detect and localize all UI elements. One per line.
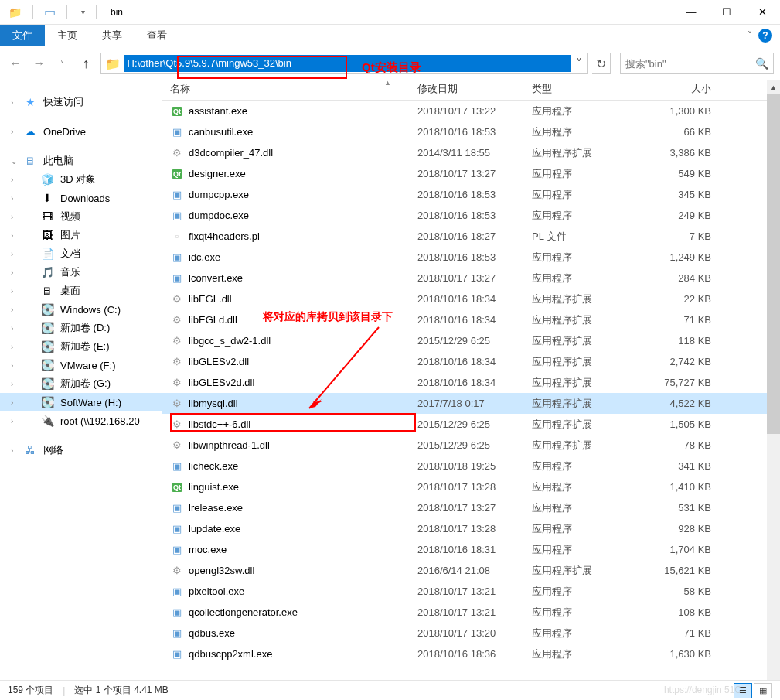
file-icon: ▣ [170, 647, 184, 661]
file-type: 应用程序扩展 [532, 292, 648, 306]
file-row[interactable]: ▣dumpdoc.exe 2018/10/16 18:53 应用程序 249 K… [162, 205, 780, 226]
file-row[interactable]: ▫fixqt4headers.pl 2018/10/16 18:27 PL 文件… [162, 226, 780, 247]
file-row[interactable]: ⚙libEGLd.dll 2018/10/16 18:34 应用程序扩展 71 … [162, 309, 780, 330]
drive-icon: 🎵 [40, 265, 54, 279]
chevron-right-icon: › [11, 194, 13, 203]
sidebar-item[interactable]: › 📄 文档 [0, 244, 162, 263]
file-row[interactable]: ▣dumpcpp.exe 2018/10/16 18:53 应用程序 345 K… [162, 184, 780, 205]
nav-up-button[interactable]: ↑ [77, 53, 95, 74]
search-input[interactable] [625, 58, 755, 70]
file-row[interactable]: Qtassistant.exe 2018/10/17 13:22 应用程序 1,… [162, 101, 780, 121]
file-row[interactable]: ▣canbusutil.exe 2018/10/16 18:53 应用程序 66… [162, 121, 780, 142]
sidebar-item[interactable]: › 🧊 3D 对象 [0, 170, 162, 189]
sidebar-item[interactable]: › 🎞 视频 [0, 207, 162, 226]
file-row[interactable]: ▣lrelease.exe 2018/10/17 13:27 应用程序 531 … [162, 497, 780, 518]
file-name: libgcc_s_dw2-1.dll [189, 335, 271, 347]
address-dropdown-icon[interactable]: ˅ [571, 56, 587, 71]
ribbon-tab-share[interactable]: 共享 [90, 25, 135, 46]
scroll-up-button[interactable]: ▲ [767, 80, 780, 94]
close-button[interactable]: ✕ [744, 0, 780, 25]
help-icon[interactable]: ? [758, 29, 772, 43]
file-type: 应用程序 [532, 104, 648, 118]
sidebar-item[interactable]: › 🖥 桌面 [0, 282, 162, 300]
view-icons-button[interactable]: ▦ [754, 683, 772, 698]
file-row[interactable]: ⚙d3dcompiler_47.dll 2014/3/11 18:55 应用程序… [162, 142, 780, 163]
file-row[interactable]: Qtdesigner.exe 2018/10/17 13:27 应用程序 549… [162, 163, 780, 184]
file-type: 应用程序扩展 [532, 376, 648, 390]
ribbon-tab-home[interactable]: 主页 [45, 25, 90, 46]
minimize-button[interactable]: — [673, 0, 709, 25]
sidebar-onedrive[interactable]: › ☁ OneDrive [0, 122, 162, 141]
address-text[interactable]: H:\other\Qt5.9\5.9.7\mingw53_32\bin [124, 55, 571, 72]
file-row[interactable]: ⚙libEGL.dll 2018/10/16 18:34 应用程序扩展 22 K… [162, 289, 780, 309]
refresh-button[interactable]: ↻ [592, 53, 611, 74]
file-date: 2018/10/16 18:53 [417, 210, 532, 221]
file-list[interactable]: Qtassistant.exe 2018/10/17 13:22 应用程序 1,… [162, 101, 780, 688]
file-name: libwinpthread-1.dll [189, 439, 270, 451]
nav-history-dropdown[interactable]: ˅ [53, 53, 72, 74]
drive-icon: 💽 [40, 395, 54, 409]
chevron-right-icon: › [11, 380, 13, 388]
qat-properties-icon[interactable]: ▭ [44, 5, 56, 19]
sidebar-item-label: Downloads [60, 193, 110, 204]
sidebar-item[interactable]: › ⬇ Downloads [0, 189, 162, 207]
scrollbar-vertical[interactable]: ▲ ▼ [767, 80, 780, 688]
sidebar-item[interactable]: › 💽 新加卷 (G:) [0, 374, 162, 393]
file-row[interactable]: ⚙libgcc_s_dw2-1.dll 2015/12/29 6:25 应用程序… [162, 330, 780, 351]
file-row[interactable]: ▣pixeltool.exe 2018/10/17 13:21 应用程序 58 … [162, 581, 780, 602]
sidebar-item[interactable]: › 💽 Windows (C:) [0, 300, 162, 319]
star-icon: ★ [23, 95, 37, 109]
file-row[interactable]: ⚙libstdc++-6.dll 2015/12/29 6:25 应用程序扩展 … [162, 414, 780, 435]
file-row[interactable]: ▣moc.exe 2018/10/16 18:31 应用程序 1,704 KB [162, 539, 780, 560]
file-size: 66 KB [648, 126, 722, 138]
file-row[interactable]: Qtlinguist.exe 2018/10/17 13:28 应用程序 1,4… [162, 476, 780, 497]
ribbon-expand-icon[interactable]: ˅ [748, 30, 752, 41]
drive-icon: 💽 [40, 377, 54, 391]
file-icon: ⚙ [170, 418, 184, 432]
file-row[interactable]: ▣licheck.exe 2018/10/18 19:25 应用程序 341 K… [162, 456, 780, 476]
file-type: 应用程序 [532, 188, 648, 202]
file-type: 应用程序扩展 [532, 564, 648, 578]
file-row[interactable]: ▣qdbuscpp2xml.exe 2018/10/16 18:36 应用程序 … [162, 644, 780, 664]
file-row[interactable]: ⚙libmysql.dll 2017/7/18 0:17 应用程序扩展 4,52… [162, 393, 780, 414]
chevron-right-icon: › [11, 176, 13, 184]
ribbon-tab-file[interactable]: 文件 [0, 25, 45, 46]
file-row[interactable]: ⚙libGLESv2.dll 2018/10/16 18:34 应用程序扩展 2… [162, 351, 780, 372]
file-row[interactable]: ▣lconvert.exe 2018/10/17 13:27 应用程序 284 … [162, 268, 780, 289]
file-row[interactable]: ⚙opengl32sw.dll 2016/6/14 21:08 应用程序扩展 1… [162, 560, 780, 581]
chevron-down-icon: ⌄ [11, 157, 17, 166]
search-box[interactable]: 🔍 [620, 53, 774, 74]
sidebar-network[interactable]: › 🖧 网络 [0, 441, 162, 459]
ribbon-tab-view[interactable]: 查看 [135, 25, 179, 46]
file-size: 2,742 KB [648, 356, 722, 367]
sidebar-this-pc[interactable]: ⌄ 🖥 此电脑 [0, 152, 162, 170]
maximize-button[interactable]: ☐ [709, 0, 744, 25]
search-icon[interactable]: 🔍 [755, 57, 768, 70]
file-icon: ▣ [170, 585, 184, 599]
sidebar-item[interactable]: › 🔌 root (\\192.168.20 [0, 411, 162, 430]
file-row[interactable]: ▣idc.exe 2018/10/16 18:53 应用程序 1,249 KB [162, 247, 780, 268]
nav-back-button[interactable]: ← [6, 53, 25, 74]
scroll-thumb[interactable] [767, 94, 780, 434]
content-area: ▲ 名称 修改日期 类型 大小 Qtassistant.exe 2018/10/… [162, 80, 780, 688]
file-name: moc.exe [189, 544, 227, 555]
file-row[interactable]: ⚙libwinpthread-1.dll 2015/12/29 6:25 应用程… [162, 435, 780, 456]
file-row[interactable]: ▣qdbus.exe 2018/10/17 13:20 应用程序 71 KB [162, 623, 780, 644]
nav-forward-button[interactable]: → [29, 53, 48, 74]
sidebar-item-label: 桌面 [60, 284, 80, 298]
sidebar-item[interactable]: › 💽 新加卷 (D:) [0, 319, 162, 337]
sidebar-item[interactable]: › 🎵 音乐 [0, 263, 162, 282]
window-title: bin [107, 7, 123, 18]
file-name: assistant.exe [189, 105, 247, 117]
sidebar-item[interactable]: › 💽 VMware (F:) [0, 356, 162, 374]
address-bar[interactable]: 📁 H:\other\Qt5.9\5.9.7\mingw53_32\bin ˅ [100, 53, 588, 74]
file-row[interactable]: ▣lupdate.exe 2018/10/17 13:28 应用程序 928 K… [162, 518, 780, 539]
file-row[interactable]: ⚙libGLESv2d.dll 2018/10/16 18:34 应用程序扩展 … [162, 372, 780, 393]
sidebar-item[interactable]: › 💽 SoftWare (H:) [0, 393, 162, 411]
sidebar-quick-access[interactable]: › ★ 快速访问 [0, 93, 162, 111]
sidebar-item[interactable]: › 🖼 图片 [0, 226, 162, 244]
qat-dropdown-icon[interactable]: ▾ [81, 8, 85, 16]
file-row[interactable]: ▣qcollectiongenerator.exe 2018/10/17 13:… [162, 602, 780, 623]
sidebar-item-label: 新加卷 (E:) [60, 340, 110, 353]
sidebar-item[interactable]: › 💽 新加卷 (E:) [0, 337, 162, 356]
